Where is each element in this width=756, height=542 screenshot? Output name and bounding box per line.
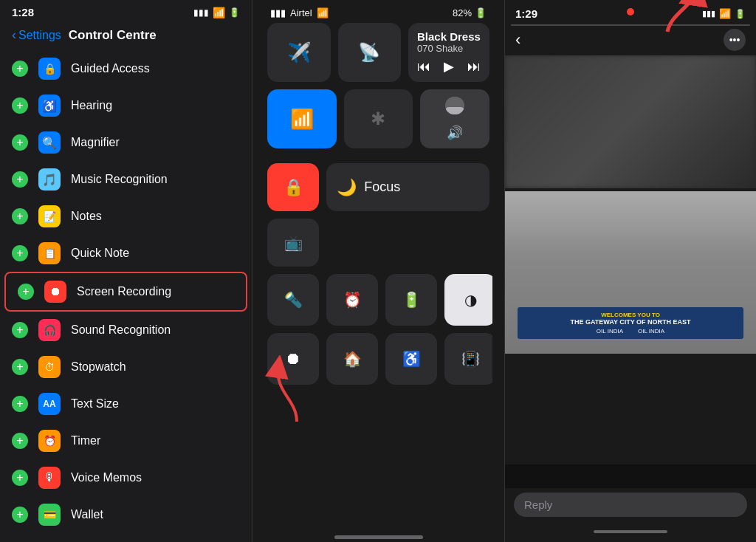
add-button[interactable]: +	[12, 134, 28, 151]
list-item-voice-memos[interactable]: + 🎙 Voice Memos	[0, 459, 252, 496]
music-recognition-icon: 🎵	[38, 168, 61, 191]
settings-panel: 1:28 ▮▮▮ 📶 🔋 ‹ Settings Control Centre +…	[0, 0, 252, 542]
control-centre-panel: ▮▮▮ Airtel 📶 82% 🔋 ✈️ 📡 Black Dress 070 …	[252, 0, 505, 542]
home-button[interactable]: 🏠	[326, 333, 378, 385]
magnifier-label: Magnifier	[71, 136, 120, 149]
add-button[interactable]: +	[12, 245, 28, 261]
timer-label: Timer	[71, 434, 100, 447]
cc-row-2: 📶 ✱ 🔊	[267, 89, 489, 156]
list-item-notes[interactable]: + 📝 Notes	[0, 198, 252, 235]
screen-mirror-button[interactable]: 📺	[267, 219, 319, 267]
volume-control[interactable]	[445, 97, 464, 114]
cc-carrier: ▮▮▮ Airtel 📶	[270, 7, 329, 18]
focus-button[interactable]: 🌙 Focus	[326, 163, 489, 211]
ellipsis-icon: •••	[729, 34, 740, 46]
music-recognition-label: Music Recognition	[71, 173, 168, 186]
back-button[interactable]: ‹ Settings	[12, 27, 61, 43]
bluetooth-icon: ✱	[371, 109, 385, 129]
play-icon[interactable]: ▶	[444, 58, 454, 75]
battery-widget-icon: 🔋	[402, 291, 421, 309]
orientation-lock-button[interactable]: 🔒	[267, 163, 319, 211]
add-button[interactable]: +	[12, 208, 28, 224]
notes-label: Notes	[71, 210, 102, 223]
list-item-stopwatch[interactable]: + ⏱ Stopwatch	[0, 349, 252, 385]
wifi-icon-rec: 📶	[719, 8, 731, 19]
accessibility-button[interactable]: ◑	[444, 274, 492, 326]
status-time: 1:28	[12, 6, 34, 18]
cc-controls-area: ✈️ 📡 Black Dress 070 Shake ⏮ ▶ ⏭ 📶	[264, 23, 492, 526]
sound-recognition-icon: 🎧	[38, 319, 61, 341]
stopwatch-icon: ⏱	[38, 356, 61, 378]
airplane-mode-button[interactable]: ✈️	[267, 23, 331, 82]
flashlight-button[interactable]: 🔦	[267, 274, 319, 326]
rec-options-button[interactable]: •••	[724, 29, 746, 51]
add-button[interactable]: +	[12, 171, 28, 188]
add-button[interactable]: +	[12, 61, 28, 77]
chevron-left-icon-rec: ‹	[515, 30, 520, 49]
add-button[interactable]: +	[12, 396, 28, 412]
battery-widget-button[interactable]: 🔋	[385, 274, 437, 326]
store-banner: WELCOMES YOU TO THE GATEWAY CITY OF NORT…	[518, 307, 743, 339]
guided-access-label: Guided Access	[71, 62, 150, 75]
add-button[interactable]: +	[18, 284, 34, 300]
music-controls[interactable]: ⏮ ▶ ⏭	[417, 58, 481, 75]
cc-row-1: ✈️ 📡 Black Dress 070 Shake ⏮ ▶ ⏭	[267, 23, 489, 82]
add-button[interactable]: +	[12, 507, 28, 523]
page-title: Control Centre	[69, 28, 157, 43]
list-item-text-size[interactable]: + AA Text Size	[0, 385, 252, 422]
quick-note-label: Quick Note	[71, 247, 129, 260]
list-item-magnifier[interactable]: + 🔍 Magnifier	[0, 124, 252, 161]
store-text-1: WELCOMES YOU TO	[525, 312, 736, 318]
settings-list: + 🔒 Guided Access + ♿ Hearing + 🔍 Magnif…	[0, 50, 252, 542]
list-item-timer[interactable]: + ⏰ Timer	[0, 422, 252, 459]
signal-icon-rec: ▮▮▮	[702, 9, 715, 18]
rec-bottom-preview: WELCOMES YOU TO THE GATEWAY CITY OF NORT…	[505, 191, 756, 521]
hearing-icon: ♿	[38, 95, 61, 117]
list-item-sound-recognition[interactable]: + 🎧 Sound Recognition	[0, 312, 252, 349]
accessibility2-button[interactable]: ♿	[385, 333, 437, 385]
progress-area	[505, 24, 756, 26]
carrier-name: Airtel	[290, 7, 312, 18]
alarm-button[interactable]: ⏰	[326, 274, 378, 326]
music-title: Black Dress	[417, 30, 481, 43]
list-item-quick-note[interactable]: + 📋 Quick Note	[0, 235, 252, 272]
list-item-wallet[interactable]: + 💳 Wallet	[0, 496, 252, 533]
voice-memos-icon: 🎙	[38, 467, 61, 489]
cc-row-3: 🔒 🌙 Focus 📺	[267, 163, 489, 267]
cellular-data-button[interactable]: 📡	[338, 23, 402, 82]
add-button[interactable]: +	[12, 97, 28, 114]
music-player[interactable]: Black Dress 070 Shake ⏮ ▶ ⏭	[408, 23, 489, 82]
accessibility-icon: ◑	[464, 291, 477, 309]
volume-slider[interactable]: 🔊	[420, 89, 489, 148]
volume-fill	[445, 107, 464, 114]
hearing-label: Hearing	[71, 99, 112, 112]
cellular-icon: 📡	[358, 42, 380, 63]
vibration-button[interactable]: 📳	[444, 333, 492, 385]
battery-icon: 🔋	[229, 7, 240, 18]
text-size-label: Text Size	[71, 397, 119, 411]
wifi-button[interactable]: 📶	[267, 89, 337, 148]
voice-memos-label: Voice Memos	[71, 471, 142, 484]
list-item-guided-access[interactable]: + 🔒 Guided Access	[0, 50, 252, 87]
reply-input[interactable]: Reply	[514, 493, 747, 517]
rec-back-button[interactable]: ‹	[515, 30, 520, 49]
bluetooth-button[interactable]: ✱	[344, 89, 413, 148]
list-item-hearing[interactable]: + ♿ Hearing	[0, 87, 252, 124]
list-item-screen-recording[interactable]: + ⏺ Screen Recording	[4, 272, 247, 312]
screen-record-button[interactable]: ⏺	[267, 333, 319, 385]
add-button[interactable]: +	[12, 470, 28, 486]
magnifier-icon: 🔍	[38, 131, 61, 154]
quick-note-icon: 📋	[38, 242, 61, 264]
add-button[interactable]: +	[12, 359, 28, 375]
list-item-music-recognition[interactable]: + 🎵 Music Recognition	[0, 161, 252, 198]
store-text-2: THE GATEWAY CITY OF NORTH EAST	[525, 318, 736, 326]
guided-access-icon: 🔒	[38, 58, 61, 80]
battery-icon-rec: 🔋	[735, 9, 746, 19]
volume-icon: 🔊	[447, 125, 463, 141]
add-button[interactable]: +	[12, 433, 28, 449]
add-button[interactable]: +	[12, 322, 28, 338]
rec-time: 1:29	[515, 7, 537, 20]
next-track-icon[interactable]: ⏭	[467, 59, 481, 75]
vibration-icon: 📳	[461, 350, 480, 368]
previous-track-icon[interactable]: ⏮	[417, 59, 430, 75]
